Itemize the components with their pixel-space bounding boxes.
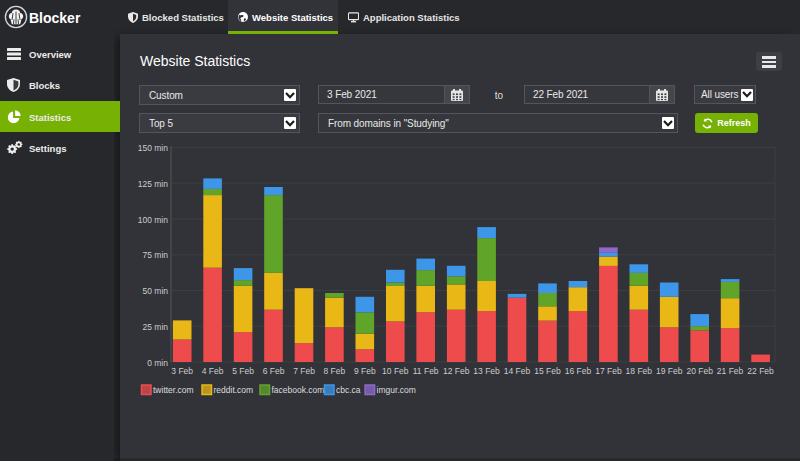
svg-text:16 Feb: 16 Feb — [565, 366, 592, 376]
svg-text:150 min: 150 min — [138, 143, 169, 153]
svg-text:14 Feb: 14 Feb — [504, 366, 531, 376]
svg-text:reddit.com: reddit.com — [214, 385, 254, 395]
svg-text:17 Feb: 17 Feb — [595, 366, 622, 376]
svg-text:22 Feb: 22 Feb — [747, 366, 774, 376]
svg-text:13 Feb: 13 Feb — [473, 366, 500, 376]
svg-text:11 Feb: 11 Feb — [413, 366, 439, 376]
svg-text:4 Feb: 4 Feb — [202, 366, 224, 376]
svg-text:7 Feb: 7 Feb — [293, 366, 315, 376]
svg-text:50 min: 50 min — [142, 286, 168, 296]
svg-text:facebook.com: facebook.com — [272, 385, 325, 395]
svg-text:6 Feb: 6 Feb — [263, 366, 285, 376]
svg-text:18 Feb: 18 Feb — [626, 366, 653, 376]
svg-text:15 Feb: 15 Feb — [534, 366, 561, 376]
svg-text:imgur.com: imgur.com — [377, 385, 416, 395]
svg-text:8 Feb: 8 Feb — [324, 366, 346, 376]
svg-text:25 min: 25 min — [142, 322, 168, 332]
svg-text:twitter.com: twitter.com — [153, 385, 194, 395]
svg-text:cbc.ca: cbc.ca — [336, 385, 361, 395]
svg-text:3 Feb: 3 Feb — [171, 366, 193, 376]
svg-text:125 min: 125 min — [138, 179, 169, 189]
svg-text:5 Feb: 5 Feb — [232, 366, 254, 376]
svg-text:100 min: 100 min — [138, 215, 169, 225]
svg-text:0 min: 0 min — [147, 358, 168, 368]
svg-text:19 Feb: 19 Feb — [656, 366, 683, 376]
svg-text:21 Feb: 21 Feb — [717, 366, 744, 376]
svg-text:12 Feb: 12 Feb — [443, 366, 470, 376]
svg-text:10 Feb: 10 Feb — [382, 366, 409, 376]
svg-text:20 Feb: 20 Feb — [686, 366, 713, 376]
svg-text:75 min: 75 min — [142, 250, 168, 260]
svg-text:9 Feb: 9 Feb — [354, 366, 376, 376]
